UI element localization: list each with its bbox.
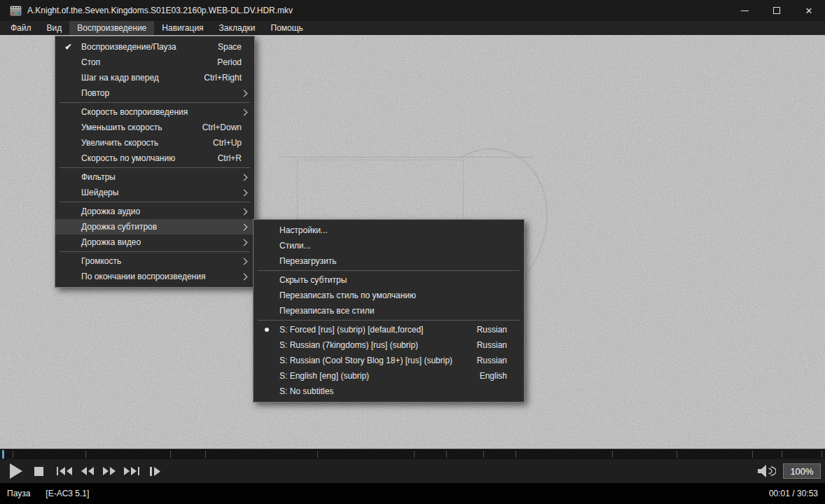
check-icon: ✔ bbox=[64, 42, 71, 52]
track-language: English bbox=[480, 371, 520, 381]
chevron-right-icon bbox=[241, 239, 248, 246]
menubar-item-bookmarks[interactable]: Закладки bbox=[212, 21, 263, 35]
chapter-tick bbox=[446, 451, 447, 458]
chapter-tick bbox=[782, 451, 782, 458]
seek-bar[interactable] bbox=[0, 449, 825, 459]
chevron-right-icon bbox=[241, 90, 248, 97]
track-language: Russian bbox=[477, 340, 520, 350]
playback-menu: ✔ Воспроизведение/Пауза Space Стоп Perio… bbox=[55, 36, 255, 288]
menu-item-subtitle-track[interactable]: Дорожка субтитров bbox=[55, 219, 254, 234]
speaker-icon[interactable] bbox=[757, 464, 776, 478]
submenu-item-override-default-style[interactable]: Перезаписать стиль по умолчанию bbox=[254, 288, 524, 303]
menubar-item-file[interactable]: Файл bbox=[3, 21, 39, 35]
menu-item-audio-track[interactable]: Дорожка аудио bbox=[55, 204, 254, 219]
menu-separator bbox=[60, 202, 250, 202]
menu-separator bbox=[258, 270, 520, 271]
title-bar: A.Knight.of.the.Seven.Kingdoms.S01E03.21… bbox=[0, 0, 825, 21]
volume-group: 100% bbox=[757, 463, 821, 479]
chapter-tick bbox=[752, 451, 753, 458]
chapter-tick bbox=[85, 451, 86, 458]
chevron-right-icon bbox=[241, 258, 248, 265]
minimize-icon bbox=[741, 10, 749, 11]
rewind-button[interactable] bbox=[76, 461, 98, 481]
fast-forward-button[interactable] bbox=[98, 461, 120, 481]
skip-back-button[interactable] bbox=[53, 461, 76, 481]
media-player-window: A.Knight.of.the.Seven.Kingdoms.S01E03.21… bbox=[0, 0, 825, 504]
menubar-item-playback[interactable]: Воспроизведение bbox=[69, 21, 154, 35]
chevron-right-icon bbox=[241, 208, 248, 215]
window-title: A.Knight.of.the.Seven.Kingdoms.S01E03.21… bbox=[27, 6, 293, 15]
chapter-tick bbox=[13, 451, 13, 458]
chapter-tick bbox=[414, 451, 415, 458]
chapter-tick bbox=[205, 451, 206, 458]
menu-item-increase-rate[interactable]: Увеличить скорость Ctrl+Up bbox=[55, 135, 254, 150]
chapter-tick bbox=[317, 451, 318, 458]
menu-item-default-rate[interactable]: Скорость по умолчанию Ctrl+R bbox=[55, 150, 254, 166]
chapter-tick bbox=[821, 451, 822, 458]
status-bar: Пауза [E-AC3 5.1] 00:01 / 30:53 bbox=[0, 483, 825, 504]
menu-item-playback-rate[interactable]: Скорость воспроизведения bbox=[55, 104, 254, 120]
chevron-right-icon bbox=[241, 108, 248, 115]
maximize-icon bbox=[773, 7, 780, 14]
submenu-item-hide-subtitles[interactable]: Скрыть субтитры bbox=[254, 272, 524, 288]
menu-separator bbox=[60, 102, 250, 103]
chapter-tick bbox=[515, 451, 516, 458]
submenu-item-reload[interactable]: Перезагрузить bbox=[254, 253, 524, 269]
chapter-tick bbox=[170, 451, 171, 458]
chevron-right-icon bbox=[241, 189, 248, 196]
seek-position-marker[interactable] bbox=[2, 450, 4, 458]
menu-bar: Файл Вид Воспроизведение Навигация Закла… bbox=[0, 21, 825, 35]
frame-step-button[interactable] bbox=[144, 461, 165, 481]
app-icon bbox=[10, 6, 22, 16]
chapter-tick bbox=[677, 451, 677, 458]
menubar-item-view[interactable]: Вид bbox=[39, 21, 70, 35]
radio-selected-icon bbox=[265, 328, 269, 332]
submenu-item-styles[interactable]: Стили... bbox=[254, 238, 524, 253]
subtitle-track-item[interactable]: S: Forced [rus] (subrip) [default,forced… bbox=[254, 322, 524, 337]
control-toolbar: 100% bbox=[0, 459, 825, 483]
subtitle-track-item[interactable]: S: No subtitles bbox=[254, 384, 524, 399]
stop-button[interactable] bbox=[28, 461, 49, 481]
chevron-right-icon bbox=[241, 223, 248, 230]
chevron-right-icon bbox=[241, 273, 248, 280]
menu-separator bbox=[258, 320, 520, 321]
menu-item-filters[interactable]: Фильтры bbox=[55, 169, 254, 185]
menu-item-frame-step[interactable]: Шаг на кадр вперед Ctrl+Right bbox=[55, 70, 254, 85]
close-icon: ✕ bbox=[805, 6, 813, 15]
menu-item-stop[interactable]: Стоп Period bbox=[55, 55, 254, 70]
menu-separator bbox=[60, 251, 250, 252]
skip-forward-button[interactable] bbox=[120, 461, 143, 481]
menu-separator bbox=[60, 167, 250, 168]
chevron-right-icon bbox=[241, 174, 248, 181]
subtitle-track-item[interactable]: S: Russian (7kingdoms) [rus] (subrip) Ru… bbox=[254, 337, 524, 353]
chapter-tick bbox=[612, 451, 613, 458]
maximize-button[interactable] bbox=[761, 0, 793, 21]
audio-format: [E-AC3 5.1] bbox=[46, 489, 89, 498]
volume-level[interactable]: 100% bbox=[783, 463, 821, 479]
subtitle-track-submenu: Настройки... Стили... Перезагрузить Скры… bbox=[253, 219, 525, 402]
track-language: Russian bbox=[477, 356, 520, 365]
menu-item-after-playback[interactable]: По окончании воспроизведения bbox=[55, 269, 254, 284]
menu-item-decrease-rate[interactable]: Уменьшить скорость Ctrl+Down bbox=[55, 120, 254, 135]
submenu-item-override-all-styles[interactable]: Перезаписать все стили bbox=[254, 303, 524, 318]
menubar-item-navigation[interactable]: Навигация bbox=[154, 21, 211, 35]
menu-item-play-pause[interactable]: ✔ Воспроизведение/Пауза Space bbox=[55, 39, 254, 55]
close-button[interactable]: ✕ bbox=[793, 0, 825, 21]
chapter-tick bbox=[483, 451, 484, 458]
play-button[interactable] bbox=[3, 461, 28, 481]
playback-state: Пауза bbox=[7, 489, 30, 498]
subtitle-track-item[interactable]: S: English [eng] (subrip) English bbox=[254, 368, 524, 384]
submenu-item-options[interactable]: Настройки... bbox=[254, 223, 524, 238]
time-display: 00:01 / 30:53 bbox=[769, 489, 818, 498]
menu-item-volume[interactable]: Громкость bbox=[55, 253, 254, 269]
menu-item-repeat[interactable]: Повтор bbox=[55, 85, 254, 101]
menu-item-video-track[interactable]: Дорожка видео bbox=[55, 234, 254, 250]
menubar-item-help[interactable]: Помощь bbox=[263, 21, 311, 35]
track-language: Russian bbox=[477, 325, 520, 335]
minimize-button[interactable] bbox=[728, 0, 761, 21]
subtitle-track-item[interactable]: S: Russian (Cool Story Blog 18+) [rus] (… bbox=[254, 353, 524, 368]
menu-item-shaders[interactable]: Шейдеры bbox=[55, 185, 254, 200]
window-controls: ✕ bbox=[728, 0, 825, 21]
